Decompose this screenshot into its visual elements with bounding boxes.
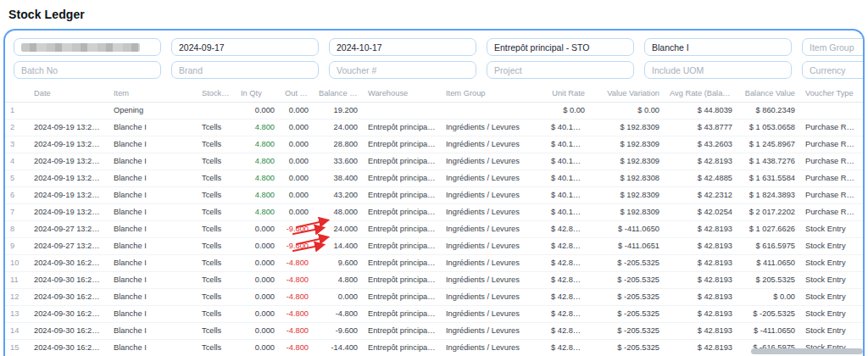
table-row[interactable]: 32024-09-19 13:26…Blanche ITcells4.8000.…	[5, 136, 863, 153]
cell-unit_rate: $ 0.00	[546, 102, 590, 119]
cell-bal_qty: 19.200	[314, 102, 363, 119]
cell-unit_rate: $ 40.1730	[546, 119, 590, 136]
cell-voucher_type: Purchase Recei…	[800, 170, 863, 186]
cell-item: Blanche I	[108, 254, 197, 271]
col-header-idx[interactable]	[5, 85, 29, 102]
col-header-bal_qty[interactable]: Balance Qty	[314, 85, 363, 102]
filter-brand-input[interactable]	[171, 61, 319, 79]
table-row[interactable]: 132024-09-30 16:27…Blanche ITcells0.000-…	[5, 305, 863, 322]
cell-date: 2024-09-19 13:26…	[29, 170, 108, 186]
table-row[interactable]: 72024-09-19 13:26…Blanche ITcells4.8000.…	[5, 203, 863, 220]
cell-idx: 11	[5, 271, 29, 288]
cell-out_qty: -4.800	[280, 271, 314, 288]
col-header-item[interactable]: Item	[108, 85, 197, 102]
page-title: Stock Ledger	[8, 8, 85, 21]
cell-unit_rate: $ 42.8190	[546, 220, 590, 237]
ledger-table: DateItemStock U…In QtyOut QtyBalance Qty…	[5, 85, 863, 356]
cell-idx: 13	[5, 305, 29, 322]
cell-voucher_type: Stock Entry	[800, 271, 863, 288]
report-panel: DateItemStock U…In QtyOut QtyBalance Qty…	[3, 29, 865, 356]
cell-value_var: $ -411.0651	[590, 237, 665, 254]
table-row[interactable]: 152024-09-30 16:27…Blanche ITcells0.000-…	[5, 339, 863, 356]
cell-voucher_type: Purchase Recei…	[800, 203, 863, 220]
horizontal-scrollbar-thumb[interactable]	[751, 348, 863, 354]
cell-voucher_type	[800, 102, 863, 119]
cell-avg_rate: $ 42.8193	[665, 288, 737, 305]
table-row[interactable]: 22024-09-19 13:26…Blanche ITcells4.8000.…	[5, 119, 863, 136]
cell-item_group: Ingrédients / Levures	[441, 153, 546, 170]
table-row[interactable]: 112024-09-30 16:27…Blanche ITcells0.000-…	[5, 271, 863, 288]
filter-item-group-input[interactable]	[802, 38, 865, 56]
col-header-uom[interactable]: Stock U…	[197, 85, 236, 102]
col-header-out_qty[interactable]: Out Qty	[280, 85, 314, 102]
filter-currency-input[interactable]	[802, 61, 865, 79]
table-row[interactable]: 102024-09-30 16:27…Blanche ITcells0.000-…	[5, 254, 863, 271]
cell-warehouse: Entrepôt principal - …	[363, 237, 441, 254]
cell-unit_rate: $ 42.8190	[546, 322, 590, 339]
table-body: 1Opening0.0000.00019.200$ 0.00$ 0.00$ 44…	[5, 102, 863, 356]
table-header-row: DateItemStock U…In QtyOut QtyBalance Qty…	[5, 85, 863, 102]
table-row[interactable]: 52024-09-19 13:26…Blanche ITcells4.8000.…	[5, 170, 863, 186]
table-row[interactable]: 122024-09-30 16:27…Blanche ITcells0.000-…	[5, 288, 863, 305]
cell-bal_value: $ -205.5325	[737, 305, 800, 322]
filter-to-date-input[interactable]	[329, 38, 476, 56]
table-row[interactable]: 1Opening0.0000.00019.200$ 0.00$ 0.00$ 44…	[5, 102, 863, 119]
cell-date: 2024-09-19 13:26…	[29, 203, 108, 220]
cell-voucher_type: Stock Entry	[800, 254, 863, 271]
filter-include-uom-input[interactable]	[644, 61, 792, 79]
cell-voucher_type: Purchase Recei…	[800, 186, 863, 203]
cell-out_qty: 0.000	[280, 186, 314, 203]
col-header-unit_rate[interactable]: Unit Rate	[546, 85, 590, 102]
col-header-warehouse[interactable]: Warehouse	[363, 85, 441, 102]
cell-item_group: Ingrédients / Levures	[441, 136, 546, 153]
table-row[interactable]: 92024-09-27 13:23…Blanche ITcells0.000-9…	[5, 237, 863, 254]
filter-bar	[5, 31, 863, 85]
cell-date: 2024-09-30 16:27…	[29, 271, 108, 288]
col-header-item_group[interactable]: Item Group	[441, 85, 546, 102]
cell-item: Opening	[108, 102, 197, 119]
cell-bal_qty: -9.600	[314, 322, 363, 339]
cell-out_qty: -4.800	[280, 288, 314, 305]
table-row[interactable]: 142024-09-30 16:27…Blanche ITcells0.000-…	[5, 322, 863, 339]
cell-avg_rate: $ 42.2312	[665, 186, 737, 203]
cell-in_qty: 0.000	[236, 237, 280, 254]
col-header-in_qty[interactable]: In Qty	[236, 85, 280, 102]
cell-value_var: $ 192.8309	[590, 119, 665, 136]
cell-bal_value: $ 616.5975	[737, 237, 800, 254]
col-header-bal_value[interactable]: Balance Value	[737, 85, 800, 102]
cell-avg_rate: $ 42.0254	[665, 203, 737, 220]
cell-idx: 12	[5, 288, 29, 305]
table-row[interactable]: 42024-09-19 13:26…Blanche ITcells4.8000.…	[5, 153, 863, 170]
cell-unit_rate: $ 42.8190	[546, 271, 590, 288]
col-header-avg_rate[interactable]: Avg Rate (Balanc…	[665, 85, 737, 102]
cell-voucher_type: Purchase Recei…	[800, 119, 863, 136]
filter-voucher-no-input[interactable]	[329, 61, 476, 79]
filter-item-input[interactable]	[644, 38, 792, 56]
col-header-date[interactable]: Date	[29, 85, 108, 102]
cell-idx: 2	[5, 119, 29, 136]
cell-warehouse: Entrepôt principal - …	[363, 186, 441, 203]
cell-uom: Tcells	[197, 170, 236, 186]
filter-company-input[interactable]	[14, 38, 161, 56]
cell-in_qty: 4.800	[236, 186, 280, 203]
cell-avg_rate: $ 42.8193	[665, 339, 737, 356]
cell-bal_qty: 24.000	[314, 119, 363, 136]
cell-bal_qty: 0.000	[314, 288, 363, 305]
filter-from-date-input[interactable]	[171, 38, 319, 56]
cell-item: Blanche I	[108, 305, 197, 322]
table-row[interactable]: 82024-09-27 13:23…Blanche ITcells0.000-9…	[5, 220, 863, 237]
filter-project-input[interactable]	[487, 61, 634, 79]
title-bar: Stock Ledger	[0, 0, 868, 29]
cell-date: 2024-09-30 16:27…	[29, 288, 108, 305]
filter-warehouse-input[interactable]	[487, 38, 634, 56]
filter-batch-no-input[interactable]	[14, 61, 161, 79]
col-header-value_var[interactable]: Value Variation	[590, 85, 665, 102]
cell-bal_qty: 9.600	[314, 254, 363, 271]
cell-unit_rate: $ 40.1730	[546, 203, 590, 220]
col-header-voucher_type[interactable]: Voucher Type	[800, 85, 863, 102]
cell-uom: Tcells	[197, 153, 236, 170]
cell-item_group: Ingrédients / Levures	[441, 254, 546, 271]
cell-voucher_type: Stock Entry	[800, 288, 863, 305]
table-row[interactable]: 62024-09-19 13:26…Blanche ITcells4.8000.…	[5, 186, 863, 203]
cell-in_qty: 4.800	[236, 153, 280, 170]
